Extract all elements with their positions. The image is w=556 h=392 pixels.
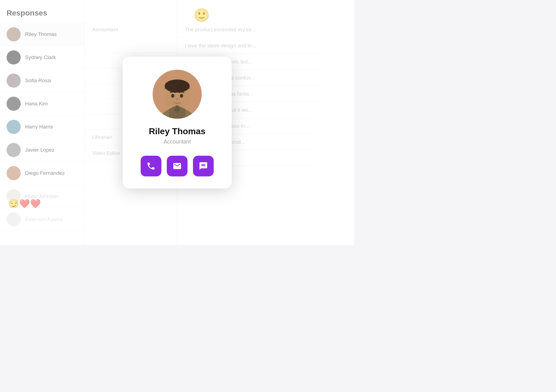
email-button[interactable]	[167, 156, 188, 176]
message-icon	[199, 161, 208, 171]
modal-name: Riley Thomas	[149, 126, 206, 136]
modal-job: Accountant	[164, 139, 191, 145]
svg-point-6	[180, 94, 183, 98]
email-icon	[173, 161, 182, 171]
phone-icon	[146, 161, 156, 171]
phone-button[interactable]	[141, 156, 161, 176]
svg-point-7	[176, 98, 179, 100]
profile-modal: Riley Thomas Accountant	[123, 57, 232, 188]
svg-point-4	[165, 79, 190, 93]
modal-actions	[141, 156, 214, 176]
main-container: Responses Riley Thomas Sydney Clark Sofi…	[0, 0, 354, 245]
avatar-illustration	[153, 70, 202, 119]
modal-avatar	[153, 70, 202, 119]
svg-point-5	[171, 94, 174, 98]
modal-overlay: Riley Thomas Accountant	[0, 0, 354, 245]
message-button[interactable]	[193, 156, 214, 176]
